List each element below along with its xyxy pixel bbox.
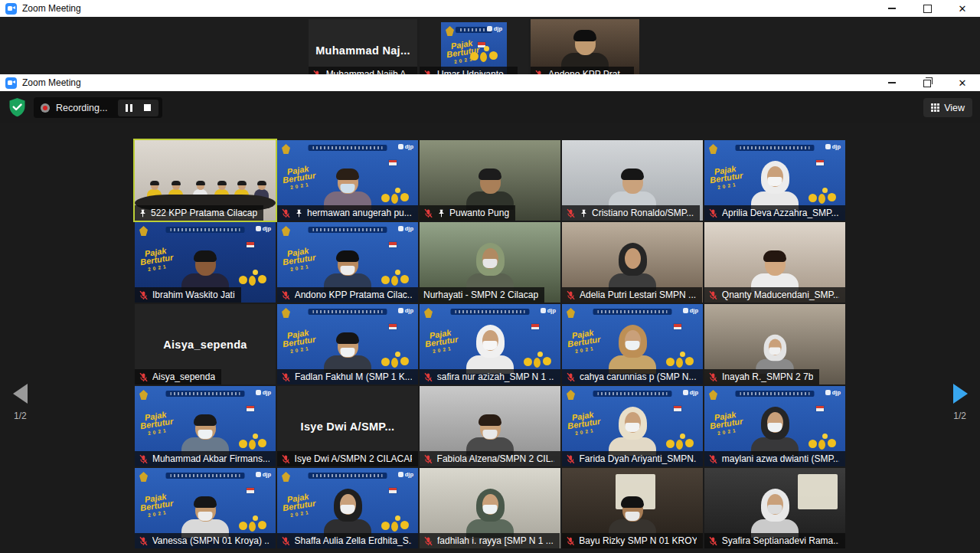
mic-muted-icon [423, 208, 433, 218]
garuda-emblem-icon [139, 472, 148, 482]
mic-muted-icon [139, 290, 149, 300]
participant-avatar [751, 161, 799, 210]
participant-tile[interactable]: Puwanto Pung [420, 140, 560, 221]
event-banner [593, 391, 671, 397]
participant-name: Bayu Rizky SMP N 01 KROYA [579, 535, 697, 546]
participant-tile[interactable]: djpPajakBertutur2021 Vanessa (SMPN 01 Kr… [135, 468, 276, 548]
djp-logo: djp [825, 389, 841, 396]
participant-tile[interactable]: djpPajakBertutur2021 cahya carunnias p (… [562, 304, 703, 384]
djp-logo: djp [541, 307, 556, 314]
participant-tile[interactable]: Andono KPP Prat... [531, 19, 639, 74]
participant-tile[interactable]: djpPajakBertutur2021 Ibrahim Waskito Jat… [135, 222, 276, 303]
pajak-bertutur-logo: PajakBertutur2021 [139, 409, 175, 437]
participant-avatar [324, 252, 371, 292]
participant-tile[interactable]: djpPajakBertutur2021 hermawan anugerah p… [277, 140, 418, 221]
zoom-app-icon [5, 3, 17, 15]
pajak-bertutur-logo: PajakBertutur2021 [708, 409, 745, 437]
mic-muted-icon [139, 372, 149, 382]
participant-tile[interactable]: Muhammad Naj... Muhammad Najib A... [309, 19, 417, 74]
garuda-emblem-icon [282, 308, 290, 318]
participant-tile[interactable]: djpPajakBertutur2021 Umar Udniyanto... [420, 19, 528, 74]
back-window-titlebar: Zoom Meeting ✕ [0, 0, 980, 17]
pajak-bertutur-logo: PajakBertutur2021 [281, 245, 318, 273]
close-button[interactable]: ✕ [945, 0, 980, 17]
mic-muted-icon [566, 290, 576, 300]
participant-avatar [466, 325, 514, 374]
close-button[interactable]: ✕ [945, 74, 980, 91]
participant-tile[interactable]: Adelia Putri Lestari SMPN ... [562, 222, 703, 303]
participant-tile[interactable]: djpPajakBertutur2021 maylani azwa dwiant… [704, 386, 845, 466]
indonesia-flag-icon [816, 160, 824, 165]
indonesia-flag-icon [389, 324, 397, 329]
participant-avatar [751, 252, 799, 292]
participant-name-bar: safira nur azizah_SMP N 1 ... [420, 369, 560, 384]
gallery-grid-icon [931, 103, 939, 112]
participant-tile[interactable]: Inayah R._SMPN 2 7b [704, 304, 845, 384]
participant-tile[interactable]: fadhilah i. rayya [SMP N 1 ... [420, 468, 560, 548]
participant-tile[interactable]: djpPajakBertutur2021 Andono KPP Pratama … [277, 222, 418, 303]
participant-name-bar: Isye Dwi A/SMPN 2 CILACAP [277, 451, 418, 466]
previous-page-button[interactable] [13, 384, 28, 404]
participant-tile[interactable]: Bayu Rizky SMP N 01 KROYA [562, 468, 703, 548]
event-banner [165, 391, 244, 397]
indonesia-flag-icon [247, 242, 254, 247]
participant-tile[interactable]: Isye Dwi A/SMP... Isye Dwi A/SMPN 2 CILA… [277, 386, 418, 466]
restore-button[interactable] [910, 74, 945, 91]
mic-muted-icon [423, 454, 433, 464]
participant-avatar [561, 31, 609, 71]
maximize-button[interactable] [910, 0, 945, 17]
participant-name-bar: 522 KPP Pratama Cilacap [135, 205, 263, 221]
participant-tile[interactable]: Qnanty Maducendani_SMP... [704, 222, 845, 303]
participant-tile[interactable]: Fabiola Alzena/SMPN 2 CIL... [420, 386, 560, 466]
participant-tile[interactable]: djpPajakBertutur2021 Muhammad Akbar Firm… [135, 386, 276, 466]
participant-tile[interactable]: Syafira Septianadevi Rama... [704, 468, 845, 548]
minimize-button[interactable] [874, 74, 910, 91]
participant-avatar [466, 489, 514, 538]
garuda-emblem-icon [567, 390, 575, 400]
indonesia-flag-icon [389, 160, 397, 165]
event-banner [165, 473, 244, 479]
participant-tile[interactable]: djpPajakBertutur2021 Aprilia Deva Azzahr… [704, 140, 845, 221]
recording-dot-icon [41, 103, 50, 113]
participant-name-bar: maylani azwa dwianti (SMP... [704, 451, 845, 466]
participant-name-bar: Umar Udniyanto... [420, 67, 518, 74]
participant-tile[interactable]: Nurhayati - SMPN 2 Cilacap [420, 222, 560, 303]
view-label: View [944, 103, 965, 113]
meeting-toolbar: Recording... View [0, 91, 980, 123]
event-banner [735, 391, 814, 397]
back-window-title: Zoom Meeting [22, 3, 81, 14]
pause-recording-button[interactable] [126, 104, 132, 112]
garuda-emblem-icon [282, 472, 290, 482]
participant-name-bar: Fadlan Fakhul M (SMP 1 K... [277, 369, 418, 384]
view-button[interactable]: View [923, 98, 972, 117]
stop-recording-button[interactable] [144, 104, 151, 111]
participant-name: Muhammad Akbar Firmans... [152, 453, 270, 464]
pajak-bertutur-logo: PajakBertutur2021 [281, 491, 318, 519]
participant-name: Ibrahim Waskito Jati [152, 290, 235, 300]
participant-avatar [324, 489, 371, 538]
participant-name: Andono KPP Pratama Cilac... [295, 290, 412, 300]
back-window-video-strip: Muhammad Naj... Muhammad Najib A...djpPa… [0, 17, 980, 74]
recording-indicator: Recording... [34, 97, 162, 118]
participant-tile[interactable]: djpPajakBertutur2021 Farida Dyah Ariyant… [562, 386, 703, 466]
garuda-emblem-icon [139, 226, 148, 236]
front-window-title: Zoom Meeting [22, 77, 81, 88]
next-page-button[interactable] [953, 384, 968, 404]
participant-tile[interactable]: djpPajakBertutur2021 Shaffa Aulia Zella … [277, 468, 418, 548]
participant-tile[interactable]: djpPajakBertutur2021 Fadlan Fakhul M (SM… [277, 304, 418, 384]
participant-name-bar: Vanessa (SMPN 01 Kroya) ... [135, 533, 276, 548]
participant-name: Vanessa (SMPN 01 Kroya) ... [152, 535, 270, 546]
mic-muted-icon [708, 536, 718, 546]
participant-tile[interactable]: 522 KPP Pratama Cilacap [135, 140, 276, 221]
djp-logo: djp [825, 143, 841, 150]
event-figures [237, 509, 271, 532]
indonesia-flag-icon [531, 324, 539, 329]
participant-tile[interactable]: Aisya_sependa Aisya_sependa [135, 304, 276, 384]
participant-tile[interactable]: djpPajakBertutur2021 safira nur azizah_S… [420, 304, 560, 384]
djp-logo: djp [256, 471, 271, 478]
event-figures [380, 181, 413, 204]
participant-name-bar: Bayu Rizky SMP N 01 KROYA [562, 533, 703, 548]
participant-tile[interactable]: Cristiano Ronaldo/SMP... [562, 140, 703, 221]
minimize-button[interactable] [874, 0, 910, 17]
security-shield-icon[interactable] [8, 97, 27, 117]
